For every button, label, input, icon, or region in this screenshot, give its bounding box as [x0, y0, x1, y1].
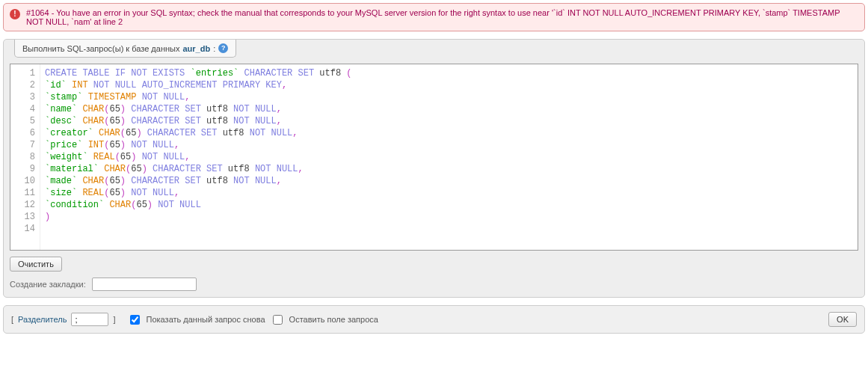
delimiter-bracket-close: ] — [113, 315, 115, 324]
sql-panel: Выполнить SQL-запрос(ы) к базе данных au… — [3, 39, 865, 298]
show-again-label[interactable]: Показать данный запрос снова — [147, 315, 265, 324]
tab-suffix: : — [213, 44, 215, 53]
sql-tab[interactable]: Выполнить SQL-запрос(ы) к базе данных au… — [14, 40, 236, 58]
keep-query-checkbox[interactable] — [273, 315, 283, 325]
delimiter-bracket-open: [ — [11, 315, 13, 324]
tab-bar: Выполнить SQL-запрос(ы) к базе данных au… — [4, 40, 864, 58]
help-icon[interactable]: ? — [218, 43, 228, 53]
sql-editor[interactable]: 1234567891011121314 CREATE TABLE IF NOT … — [10, 64, 858, 251]
bookmark-input[interactable] — [92, 278, 197, 291]
sql-code[interactable]: CREATE TABLE IF NOT EXISTS `entries` CHA… — [40, 64, 858, 250]
delimiter-input[interactable] — [71, 313, 108, 326]
bookmark-label: Создание закладки: — [10, 280, 86, 289]
error-text: #1064 - You have an error in your SQL sy… — [26, 8, 858, 26]
sql-error-message: ! #1064 - You have an error in your SQL … — [3, 3, 865, 31]
tab-db-name: aur_db — [182, 44, 210, 53]
line-gutter: 1234567891011121314 — [10, 64, 40, 250]
footer-bar: [ Разделитель ] Показать данный запрос с… — [3, 305, 865, 334]
ok-button[interactable]: OK — [828, 312, 857, 327]
show-again-checkbox[interactable] — [130, 315, 140, 325]
delimiter-link[interactable]: Разделитель — [18, 315, 67, 324]
keep-query-label[interactable]: Оставить поле запроса — [289, 315, 378, 324]
clear-button[interactable]: Очистить — [10, 257, 62, 272]
error-icon: ! — [10, 9, 20, 19]
tab-prefix: Выполнить SQL-запрос(ы) к базе данных — [22, 44, 179, 53]
